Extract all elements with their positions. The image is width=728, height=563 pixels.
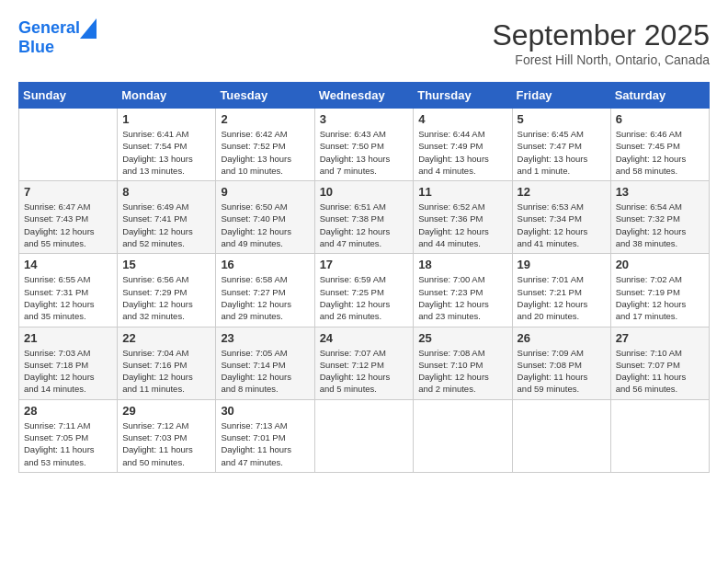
cell-info: Sunrise: 7:11 AMSunset: 7:05 PMDaylight:… (24, 419, 112, 468)
day-number: 11 (418, 185, 506, 199)
cell-info: Sunrise: 7:01 AMSunset: 7:21 PMDaylight:… (518, 273, 606, 322)
day-number: 19 (518, 258, 606, 271)
calendar-cell: 7Sunrise: 6:47 AMSunset: 7:43 PMDaylight… (19, 181, 118, 254)
title-area: September 2025 Forest Hill North, Ontari… (492, 18, 710, 67)
day-number: 3 (320, 112, 409, 126)
weekday-header: Friday (512, 83, 610, 109)
calendar-cell: 4Sunrise: 6:44 AMSunset: 7:49 PMDaylight… (414, 109, 512, 181)
calendar-cell: 19Sunrise: 7:01 AMSunset: 7:21 PMDayligh… (512, 254, 610, 327)
day-number: 14 (24, 258, 112, 271)
weekday-header: Tuesday (216, 83, 314, 109)
calendar-cell: 15Sunrise: 6:56 AMSunset: 7:29 PMDayligh… (118, 254, 216, 327)
cell-info: Sunrise: 6:49 AMSunset: 7:41 PMDaylight:… (122, 201, 210, 249)
day-number: 1 (122, 112, 210, 126)
cell-info: Sunrise: 6:45 AMSunset: 7:47 PMDaylight:… (518, 128, 606, 177)
cell-info: Sunrise: 6:54 AMSunset: 7:32 PMDaylight:… (616, 201, 704, 249)
calendar-cell: 18Sunrise: 7:00 AMSunset: 7:23 PMDayligh… (414, 254, 512, 327)
cell-info: Sunrise: 6:43 AMSunset: 7:50 PMDaylight:… (320, 128, 409, 177)
day-number: 2 (221, 112, 309, 126)
calendar-cell: 27Sunrise: 7:10 AMSunset: 7:07 PMDayligh… (610, 327, 709, 399)
cell-info: Sunrise: 7:08 AMSunset: 7:10 PMDaylight:… (418, 347, 506, 396)
calendar-cell: 29Sunrise: 7:12 AMSunset: 7:03 PMDayligh… (118, 399, 216, 472)
calendar-header-row: SundayMondayTuesdayWednesdayThursdayFrid… (19, 83, 710, 109)
location: Forest Hill North, Ontario, Canada (492, 52, 710, 67)
month-title: September 2025 (492, 18, 710, 52)
calendar-cell: 1Sunrise: 6:41 AMSunset: 7:54 PMDaylight… (118, 109, 216, 181)
calendar-week-row: 14Sunrise: 6:55 AMSunset: 7:31 PMDayligh… (19, 254, 710, 327)
cell-info: Sunrise: 6:53 AMSunset: 7:34 PMDaylight:… (518, 201, 606, 249)
logo-text: General (18, 19, 80, 38)
calendar-week-row: 1Sunrise: 6:41 AMSunset: 7:54 PMDaylight… (19, 109, 710, 181)
cell-info: Sunrise: 6:50 AMSunset: 7:40 PMDaylight:… (221, 201, 309, 249)
weekday-header: Saturday (610, 83, 709, 109)
weekday-header: Sunday (19, 83, 118, 109)
day-number: 29 (122, 404, 210, 418)
calendar-cell: 24Sunrise: 7:07 AMSunset: 7:12 PMDayligh… (314, 327, 414, 399)
calendar-cell: 28Sunrise: 7:11 AMSunset: 7:05 PMDayligh… (19, 399, 118, 472)
calendar-cell (19, 109, 118, 181)
calendar-cell (512, 399, 610, 472)
calendar-cell: 9Sunrise: 6:50 AMSunset: 7:40 PMDaylight… (216, 181, 314, 254)
calendar-cell: 2Sunrise: 6:42 AMSunset: 7:52 PMDaylight… (216, 109, 314, 181)
calendar-cell: 20Sunrise: 7:02 AMSunset: 7:19 PMDayligh… (610, 254, 709, 327)
cell-info: Sunrise: 6:58 AMSunset: 7:27 PMDaylight:… (221, 273, 309, 322)
cell-info: Sunrise: 7:12 AMSunset: 7:03 PMDaylight:… (122, 419, 210, 468)
calendar-cell: 5Sunrise: 6:45 AMSunset: 7:47 PMDaylight… (512, 109, 610, 181)
day-number: 9 (221, 185, 309, 199)
cell-info: Sunrise: 6:55 AMSunset: 7:31 PMDaylight:… (24, 273, 112, 322)
day-number: 6 (616, 112, 704, 126)
cell-info: Sunrise: 7:07 AMSunset: 7:12 PMDaylight:… (320, 347, 409, 396)
day-number: 17 (320, 258, 409, 271)
calendar-week-row: 7Sunrise: 6:47 AMSunset: 7:43 PMDaylight… (19, 181, 710, 254)
day-number: 25 (418, 331, 506, 345)
cell-info: Sunrise: 6:42 AMSunset: 7:52 PMDaylight:… (221, 128, 309, 177)
day-number: 24 (320, 331, 409, 345)
cell-info: Sunrise: 7:02 AMSunset: 7:19 PMDaylight:… (616, 273, 704, 322)
cell-info: Sunrise: 7:10 AMSunset: 7:07 PMDaylight:… (616, 347, 704, 396)
calendar-cell: 11Sunrise: 6:52 AMSunset: 7:36 PMDayligh… (414, 181, 512, 254)
cell-info: Sunrise: 6:56 AMSunset: 7:29 PMDaylight:… (122, 273, 210, 322)
cell-info: Sunrise: 6:44 AMSunset: 7:49 PMDaylight:… (418, 128, 506, 177)
cell-info: Sunrise: 6:47 AMSunset: 7:43 PMDaylight:… (24, 201, 112, 249)
calendar-cell: 14Sunrise: 6:55 AMSunset: 7:31 PMDayligh… (19, 254, 118, 327)
logo-icon (80, 18, 97, 39)
cell-info: Sunrise: 6:46 AMSunset: 7:45 PMDaylight:… (616, 128, 704, 177)
weekday-header: Thursday (414, 83, 512, 109)
calendar-week-row: 21Sunrise: 7:03 AMSunset: 7:18 PMDayligh… (19, 327, 710, 399)
day-number: 23 (221, 331, 309, 345)
cell-info: Sunrise: 7:03 AMSunset: 7:18 PMDaylight:… (24, 347, 112, 396)
cell-info: Sunrise: 7:09 AMSunset: 7:08 PMDaylight:… (518, 347, 606, 396)
cell-info: Sunrise: 7:00 AMSunset: 7:23 PMDaylight:… (418, 273, 506, 322)
weekday-header: Wednesday (314, 83, 414, 109)
day-number: 26 (518, 331, 606, 345)
day-number: 12 (518, 185, 606, 199)
cell-info: Sunrise: 7:04 AMSunset: 7:16 PMDaylight:… (122, 347, 210, 396)
calendar-week-row: 28Sunrise: 7:11 AMSunset: 7:05 PMDayligh… (19, 399, 710, 472)
day-number: 30 (221, 404, 309, 418)
calendar-cell: 26Sunrise: 7:09 AMSunset: 7:08 PMDayligh… (512, 327, 610, 399)
calendar-cell: 22Sunrise: 7:04 AMSunset: 7:16 PMDayligh… (118, 327, 216, 399)
day-number: 10 (320, 185, 409, 199)
day-number: 4 (418, 112, 506, 126)
calendar-cell: 3Sunrise: 6:43 AMSunset: 7:50 PMDaylight… (314, 109, 414, 181)
calendar-cell: 25Sunrise: 7:08 AMSunset: 7:10 PMDayligh… (414, 327, 512, 399)
cell-info: Sunrise: 6:51 AMSunset: 7:38 PMDaylight:… (320, 201, 409, 249)
calendar-cell: 21Sunrise: 7:03 AMSunset: 7:18 PMDayligh… (19, 327, 118, 399)
calendar-cell: 16Sunrise: 6:58 AMSunset: 7:27 PMDayligh… (216, 254, 314, 327)
calendar-cell: 13Sunrise: 6:54 AMSunset: 7:32 PMDayligh… (610, 181, 709, 254)
logo-text-blue: Blue (18, 39, 97, 57)
day-number: 27 (616, 331, 704, 345)
logo: General Blue (18, 18, 97, 57)
day-number: 15 (122, 258, 210, 271)
cell-info: Sunrise: 7:13 AMSunset: 7:01 PMDaylight:… (221, 419, 309, 468)
day-number: 20 (616, 258, 704, 271)
day-number: 21 (24, 331, 112, 345)
calendar-table: SundayMondayTuesdayWednesdayThursdayFrid… (18, 82, 710, 473)
cell-info: Sunrise: 6:59 AMSunset: 7:25 PMDaylight:… (320, 273, 409, 322)
weekday-header: Monday (118, 83, 216, 109)
calendar-cell (610, 399, 709, 472)
day-number: 8 (122, 185, 210, 199)
day-number: 16 (221, 258, 309, 271)
day-number: 22 (122, 331, 210, 345)
svg-marker-0 (80, 18, 97, 39)
